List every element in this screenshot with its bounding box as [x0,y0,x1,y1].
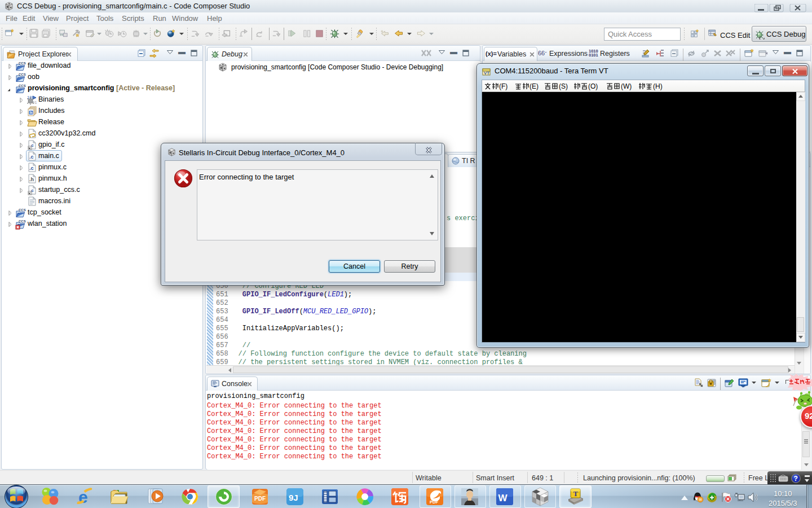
svg-text:01: 01 [32,100,37,105]
svg-text:CCS: CCS [19,220,26,223]
svg-text:?: ? [794,475,798,483]
svg-text:CCS: CCS [19,208,26,212]
svg-text:CCS: CCS [19,84,26,87]
svg-text:T: T [573,489,579,498]
svg-text:(E): (E) [529,82,539,90]
svg-text:.c: .c [29,154,34,160]
svg-text:W: W [498,493,508,503]
svg-text:PDF: PDF [254,496,266,502]
svg-text:CCS: CCS [19,73,26,76]
svg-text:.h: .h [29,177,34,182]
svg-text:(H): (H) [653,82,663,90]
svg-text:9J: 9J [289,493,298,502]
svg-text:.c: .c [29,165,34,171]
svg-text:PDF: PDF [430,500,438,505]
svg-text:CCS: CCS [19,62,26,65]
svg-text:(O): (O) [588,82,598,90]
svg-text:h: h [30,111,32,115]
svg-text:(S): (S) [559,82,568,90]
svg-text:(W): (W) [621,82,632,90]
svg-text:VT: VT [484,71,489,76]
svg-text:(F): (F) [499,82,508,90]
